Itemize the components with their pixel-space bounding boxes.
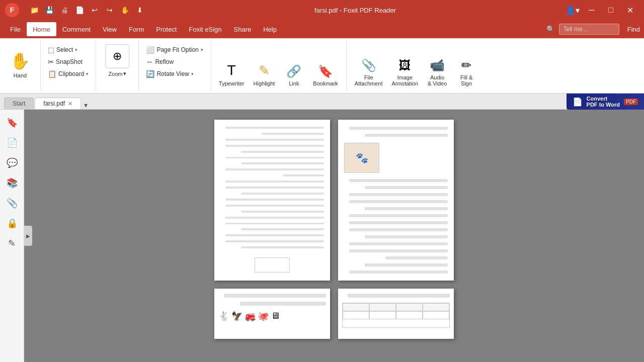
tabs-dropdown-button[interactable]: ▾ bbox=[84, 101, 88, 109]
menu-home[interactable]: Home bbox=[27, 22, 56, 36]
menu-form[interactable]: Form bbox=[123, 22, 150, 36]
hand-icon: ✋ bbox=[10, 51, 30, 70]
select-group: ⬚ Select ▾ ✂ SnapShot 📋 Clipboard ▾ bbox=[41, 40, 96, 91]
fill-sign-button[interactable]: ✏ Fill &Sign bbox=[452, 43, 480, 88]
close-button[interactable]: ✕ bbox=[621, 3, 639, 17]
page-3-icons: 🐇 🦅 🚒 🐙 🖥 bbox=[218, 311, 326, 322]
menu-help[interactable]: Help bbox=[257, 22, 283, 36]
pagefit-group: ⬜ Page Fit Option ▾ ↔ Reflow 🔄 Rotate Vi… bbox=[139, 40, 210, 91]
pdf-view-area: 🐾 bbox=[24, 110, 644, 362]
text-line bbox=[241, 151, 324, 153]
more-tools-group: 📎 FileAttachment 🖼 ImageAnnotation 📹 Aud… bbox=[347, 40, 485, 91]
clipboard-label: Clipboard bbox=[58, 70, 84, 77]
open-file-button[interactable]: 📁 bbox=[27, 3, 41, 17]
menu-share[interactable]: Share bbox=[228, 22, 258, 36]
sidebar-collapse-button[interactable]: ▶ bbox=[24, 226, 32, 246]
text-line bbox=[225, 223, 324, 225]
link-button[interactable]: 🔗 Link bbox=[280, 43, 308, 88]
menu-protect[interactable]: Protect bbox=[150, 22, 183, 36]
sidebar-edit-icon[interactable]: ✎ bbox=[3, 234, 21, 252]
highlight-button[interactable]: ✎ Highlight bbox=[250, 43, 279, 88]
typewriter-icon: T bbox=[227, 62, 236, 78]
image-annotation-icon: 🖼 bbox=[399, 58, 411, 72]
search-input[interactable] bbox=[559, 24, 619, 35]
text-line bbox=[349, 270, 448, 274]
tab-farsi-pdf[interactable]: farsi.pdf ✕ bbox=[35, 98, 81, 109]
zoom-icon: ⊕ bbox=[113, 50, 122, 63]
fill-sign-icon: ✏ bbox=[461, 58, 471, 72]
snapshot-button[interactable]: ✂ SnapShot bbox=[45, 56, 92, 67]
link-label: Link bbox=[289, 80, 299, 86]
file-attachment-button[interactable]: 📎 FileAttachment bbox=[351, 43, 387, 88]
snapshot-icon: ✂ bbox=[48, 58, 54, 66]
text-line bbox=[225, 205, 324, 207]
sidebar-security-icon[interactable]: 🔒 bbox=[3, 214, 21, 232]
zoom-button[interactable]: ⊕ bbox=[105, 44, 129, 68]
table-cell bbox=[369, 303, 396, 311]
audio-video-button[interactable]: 📹 Audio& Video bbox=[423, 43, 451, 88]
sidebar-attachments-icon[interactable]: 📎 bbox=[3, 194, 21, 212]
find-label: Find bbox=[627, 26, 640, 33]
table-cell bbox=[423, 311, 449, 319]
text-line bbox=[365, 235, 448, 238]
tabs-bar: Start farsi.pdf ✕ ▾ 📄 ConvertPDF to Word… bbox=[0, 94, 644, 110]
print-button[interactable]: 🖨 bbox=[57, 3, 71, 17]
tab-farsi-label: farsi.pdf bbox=[43, 100, 65, 107]
page-2-content: 🐾 bbox=[338, 120, 454, 281]
hand-tool-button[interactable]: ✋ Hand bbox=[4, 42, 36, 87]
pdf-page-4 bbox=[338, 289, 454, 339]
page-2-image: 🐾 bbox=[344, 143, 379, 173]
download-button[interactable]: ⬇ bbox=[133, 3, 147, 17]
link-icon: 🔗 bbox=[286, 64, 301, 78]
redo-button[interactable]: ↪ bbox=[103, 3, 117, 17]
pagefit-button[interactable]: ⬜ Page Fit Option ▾ bbox=[143, 44, 206, 55]
pagefit-label: Page Fit Option bbox=[156, 46, 198, 53]
text-line bbox=[225, 127, 324, 129]
image-annotation-label: ImageAnnotation bbox=[392, 74, 419, 86]
typewriter-button[interactable]: T Typewriter bbox=[215, 43, 249, 88]
text-line bbox=[349, 228, 448, 231]
bookmark-button[interactable]: 🔖 Bookmark bbox=[309, 43, 342, 88]
undo-button[interactable]: ↩ bbox=[88, 3, 102, 17]
maximize-button[interactable]: □ bbox=[602, 3, 620, 17]
bookmark-icon: 🔖 bbox=[318, 64, 333, 78]
text-line bbox=[225, 145, 324, 147]
tab-start[interactable]: Start bbox=[4, 98, 34, 109]
clipboard-dropdown-arrow: ▾ bbox=[86, 71, 89, 76]
menu-view[interactable]: View bbox=[97, 22, 123, 36]
reflow-label: Reflow bbox=[155, 58, 174, 65]
convert-pdf-banner[interactable]: 📄 ConvertPDF to Word PDF bbox=[567, 94, 644, 110]
rotate-view-button[interactable]: 🔄 Rotate View ▾ bbox=[143, 68, 206, 79]
menu-comment[interactable]: Comment bbox=[56, 22, 97, 36]
menu-foxit-esign[interactable]: Foxit eSign bbox=[183, 22, 227, 36]
sidebar-pages-icon[interactable]: 📄 bbox=[3, 134, 21, 152]
page-4-content bbox=[338, 289, 454, 339]
pagefit-tools: ⬜ Page Fit Option ▾ ↔ Reflow 🔄 Rotate Vi… bbox=[143, 42, 206, 79]
clipboard-button[interactable]: 📋 Clipboard ▾ bbox=[45, 68, 92, 79]
text-line bbox=[241, 211, 324, 213]
text-line bbox=[225, 139, 324, 141]
sidebar-bookmark-icon[interactable]: 🔖 bbox=[3, 114, 21, 132]
hand-quick-button[interactable]: ✋ bbox=[118, 3, 132, 17]
select-button[interactable]: ⬚ Select ▾ bbox=[45, 44, 92, 55]
text-line bbox=[283, 174, 324, 176]
file-attachment-label: FileAttachment bbox=[355, 74, 383, 86]
text-line bbox=[349, 221, 448, 224]
menu-file[interactable]: File bbox=[4, 22, 27, 36]
image-annotation-button[interactable]: 🖼 ImageAnnotation bbox=[388, 43, 423, 88]
reflow-button[interactable]: ↔ Reflow bbox=[143, 56, 206, 67]
sidebar-layers-icon[interactable]: 📚 bbox=[3, 174, 21, 192]
page-3-content: 🐇 🦅 🚒 🐙 🖥 bbox=[214, 289, 330, 339]
text-line bbox=[349, 249, 448, 252]
text-line bbox=[225, 234, 324, 236]
profile-button[interactable]: 👤▾ bbox=[564, 3, 582, 17]
sidebar-comments-icon[interactable]: 💬 bbox=[3, 154, 21, 172]
save-button[interactable]: 💾 bbox=[42, 3, 56, 17]
icon-1: 🐇 bbox=[218, 311, 229, 322]
text-line bbox=[241, 193, 324, 195]
select-label: Select bbox=[56, 46, 73, 53]
text-line bbox=[225, 187, 324, 189]
tab-close-icon[interactable]: ✕ bbox=[68, 101, 72, 107]
new-document-button[interactable]: 📄 bbox=[72, 3, 87, 17]
minimize-button[interactable]: ─ bbox=[583, 3, 601, 17]
